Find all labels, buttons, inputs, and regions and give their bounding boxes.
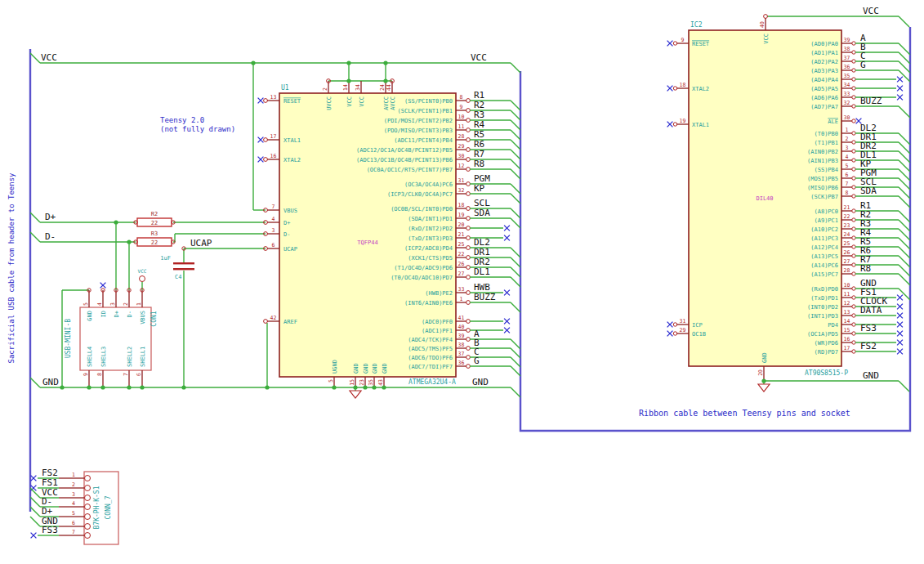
pin-name: (ADC1)PF1 [422, 328, 453, 334]
gnd-label[interactable]: GND [42, 377, 59, 387]
pin-end [852, 272, 855, 275]
dplus-label[interactable]: D+ [45, 212, 56, 222]
pin-number: 25 [458, 241, 465, 248]
pin-end [852, 150, 855, 153]
pin-number: 40 [458, 324, 465, 330]
net-label[interactable]: SDA [474, 208, 490, 218]
pin-number: 2 [322, 87, 328, 91]
pin-name: (ICP3/CLK0/OC4A)PC7 [387, 191, 453, 198]
bus-entry [899, 238, 910, 249]
junction-dot [372, 385, 376, 389]
vcc-label[interactable]: VCC [41, 52, 57, 63]
pin-end [466, 246, 471, 250]
con1-usb-mini-b-symbol[interactable]: USB-MINI-BCON15GND4ID3D+2D-1VBUS9SHELL48… [65, 268, 158, 387]
net-label[interactable]: DATA [860, 305, 882, 316]
bus-entry [511, 140, 520, 150]
pin-end [852, 254, 855, 257]
net-label[interactable]: DL1 [474, 266, 490, 277]
vcc-label[interactable]: VCC [471, 52, 487, 63]
net-label[interactable]: FS3 [42, 525, 58, 535]
pin-name: (OC0B/SCL/INT0)PD0 [391, 206, 453, 213]
bus-entry [899, 133, 910, 145]
pin-name: (ADC5/TMS)PF5 [408, 346, 453, 352]
net-label[interactable]: R8 [860, 263, 871, 274]
bus-entry [511, 339, 520, 349]
pin-name: (TxD/INT3)PD3 [408, 235, 453, 242]
pin-end [466, 275, 471, 280]
pin-number: 7 [272, 204, 275, 210]
pin-number: 35 [844, 73, 850, 79]
pin-name: RESET [283, 98, 301, 105]
pin-end [852, 42, 855, 45]
pin-number: 6 [72, 520, 75, 526]
u1-atmega32u4-symbol[interactable]: U1ATMEGA32U4-ATQFP4413RESET17XTAL116XTAL… [258, 79, 520, 387]
net-label[interactable]: KP [474, 183, 485, 194]
pin-name: XTAL1 [283, 137, 301, 144]
pin-end [852, 186, 855, 189]
r2-resistor[interactable]: R222 [134, 211, 175, 226]
pin-name: (ADC12/OC1A/OC4B/PCINT12)PB5 [356, 147, 453, 154]
bus-entry [899, 229, 910, 240]
pin-number: 4 [272, 216, 275, 222]
vcc-label[interactable]: VCC [863, 6, 879, 16]
u1-value: ATMEGA32U4-A [408, 378, 456, 386]
pin-number: 30 [844, 114, 850, 121]
ic2-at90s8515-symbol[interactable]: IC2AT90S8515-PDIL409RESET18XTAL219XTAL13… [667, 15, 910, 392]
pin-name: (AD3)PA3 [810, 68, 838, 74]
pin-socket [85, 476, 91, 481]
pin-number: 33 [844, 91, 850, 97]
net-label[interactable]: G [860, 60, 866, 70]
net-label[interactable]: BUZZ [860, 96, 882, 106]
pin-end [852, 51, 855, 54]
pin-name: ICP [692, 322, 703, 329]
pin-number: 15 [349, 379, 355, 386]
pin-number: 18 [680, 82, 686, 88]
pin-number: 41 [458, 315, 465, 321]
usb-cable-note[interactable]: Sacrificial USB cable from header to Tee… [7, 173, 16, 364]
pin-name: (A10)PC2 [810, 226, 838, 233]
pin-name: XTAL1 [692, 122, 709, 128]
pin-name: SHELL4 [87, 347, 93, 367]
r3-value: 22 [151, 239, 158, 246]
pin-name: (T1/OC4D/ADC9)PD6 [394, 265, 453, 271]
pin-socket [85, 514, 91, 520]
pin-number: 38 [458, 342, 465, 348]
gnd-label[interactable]: GND [863, 370, 879, 381]
pin-name: SHELL1 [140, 347, 146, 367]
teensy-note[interactable]: Teensy 2.0 (not fully drawn) [160, 116, 235, 134]
ribbon-note[interactable]: Ribbon cable between Teensy pins and soc… [639, 409, 850, 418]
pin-number: 43 [377, 379, 384, 386]
pin-number: 4 [96, 302, 103, 306]
pin-number: 20 [757, 369, 764, 376]
pin-end [852, 287, 855, 290]
ic2-value: AT90S8515-P [805, 369, 848, 377]
pin-number: 13 [844, 309, 850, 316]
pin-name: (ADC4/TCK)PF4 [408, 337, 453, 343]
u1-reference: U1 [281, 84, 289, 92]
net-label[interactable]: BUZZ [474, 292, 496, 302]
gnd-label[interactable]: GND [472, 377, 489, 387]
pin-end [852, 236, 855, 239]
net-label[interactable]: FS3 [860, 323, 877, 333]
bus-entry [30, 507, 40, 517]
pin-end [852, 341, 855, 344]
dminus-label[interactable]: D- [45, 231, 56, 242]
r3-resistor[interactable]: R322 [134, 231, 175, 246]
pin-end [852, 305, 855, 308]
net-label[interactable]: R8 [474, 159, 484, 169]
net-label[interactable]: G [474, 356, 480, 366]
conn7-header-symbol[interactable]: B7K-PH-K-S1CONN_71FS22FS13VCC4D-5D+6GND7… [30, 468, 118, 544]
bus-entry [511, 257, 520, 267]
pin-name: (AD0)PA0 [810, 41, 838, 47]
net-label[interactable]: FS2 [860, 341, 877, 351]
bus-entry [511, 248, 520, 257]
net-label[interactable]: SDA [860, 186, 877, 196]
ucap-label[interactable]: UCAP [190, 238, 212, 248]
pin-number: 1 [846, 127, 849, 133]
pin-number: 1 [72, 472, 75, 478]
c4-capacitor[interactable]: 1uFC4 [160, 247, 194, 280]
pin-name: UVCC [326, 96, 333, 110]
pin-number: 38 [844, 46, 850, 52]
bus-entry [511, 277, 520, 287]
c4-plate [173, 262, 194, 264]
